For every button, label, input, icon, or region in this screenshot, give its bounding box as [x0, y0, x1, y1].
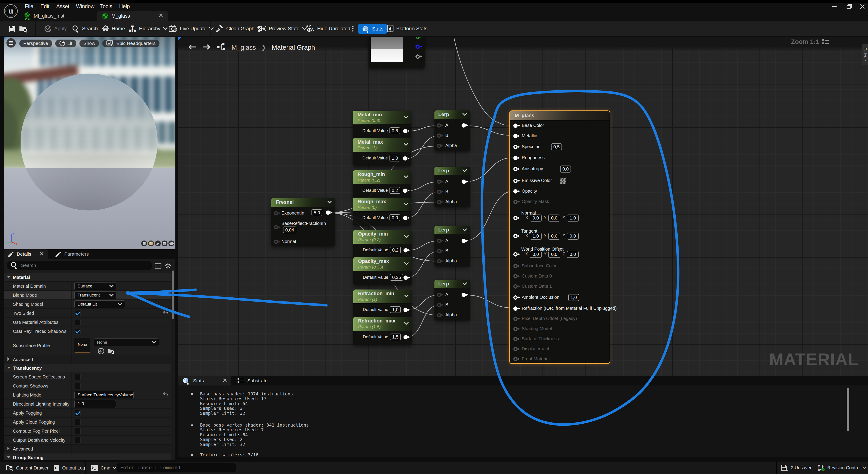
input-pin-subsurface-color[interactable] — [513, 264, 518, 268]
node-texture-sample[interactable] — [369, 37, 425, 68]
lerp-output-pin[interactable] — [462, 293, 466, 297]
default-value-box[interactable]: 0,2 — [390, 247, 401, 253]
node-collapse-chevron-icon[interactable] — [327, 201, 332, 205]
param-output-pin[interactable] — [403, 275, 408, 280]
default-value-box[interactable]: 0,0 — [390, 214, 400, 221]
default-value-box[interactable]: 0,2 — [390, 187, 400, 194]
node-param-rough_max[interactable]: Rough_maxParam (0)Default Value0,0 — [353, 198, 411, 226]
clean-graph-button[interactable]: Clean Graph — [215, 25, 262, 33]
ambient-occlusion-value[interactable]: 1,0 — [568, 294, 579, 301]
menu-help[interactable]: Help — [119, 3, 130, 9]
node-param-rough_min[interactable]: Rough_minParam (0.2)Default Value0,2 — [353, 170, 411, 198]
expand-triangle-icon[interactable] — [6, 446, 10, 452]
lerp-input-pin-alpha[interactable] — [437, 259, 441, 263]
node-collapse-chevron-icon[interactable] — [462, 169, 467, 173]
input-pin-ambient-occlusion[interactable] — [513, 295, 518, 300]
collapse-triangle-icon[interactable] — [6, 366, 11, 370]
scene-select-button[interactable]: Epic Headquarters — [102, 39, 160, 47]
input-pin-roughness[interactable] — [513, 156, 518, 160]
palette-side-tab[interactable]: Palette — [862, 43, 868, 65]
window-minimize-button[interactable] — [831, 3, 838, 11]
apply-cloud-fogging-checkbox[interactable] — [74, 419, 81, 425]
content-drawer-button[interactable]: Content Drawer — [6, 462, 49, 474]
tab-mi-glass-inst[interactable]: MI_glass_Inst — [24, 11, 64, 22]
lerp-input-pin-alpha[interactable] — [437, 313, 441, 317]
output-pin-alpha[interactable] — [415, 55, 420, 59]
node-collapse-chevron-icon[interactable] — [462, 113, 467, 117]
default-value-box[interactable]: 1,0 — [390, 155, 400, 162]
param-output-pin[interactable] — [403, 335, 408, 339]
param-output-pin[interactable] — [403, 129, 407, 133]
node-collapse-chevron-icon[interactable] — [404, 295, 409, 299]
default-value-box[interactable]: 1,5 — [390, 334, 401, 340]
lerp-input-pin-a[interactable] — [437, 293, 441, 297]
details-section-translucency[interactable]: Translucency — [4, 364, 171, 372]
reset-to-default-icon[interactable] — [162, 310, 169, 316]
preview-mesh-plane-button[interactable] — [155, 240, 161, 247]
toolbar-options-button[interactable] — [352, 25, 354, 33]
node-lerp-0[interactable]: LerpABAlpha — [434, 110, 470, 151]
details-scrollbar[interactable] — [172, 271, 174, 319]
menu-asset[interactable]: Asset — [56, 3, 69, 9]
input-pin-world-position-offset[interactable] — [513, 252, 518, 257]
preview-viewport[interactable]: Perspective Lit Show Epic Headquarters z… — [4, 37, 176, 249]
hierarchy-button[interactable]: Hierarchy — [128, 25, 168, 33]
lerp-input-pin-a[interactable] — [437, 123, 441, 128]
fresnel-output-pin[interactable] — [326, 210, 330, 215]
shading-model-dropdown[interactable]: Default Lit — [74, 300, 125, 308]
node-param-metal_max[interactable]: Metal_maxParam (1)Default Value1,0 — [353, 138, 411, 166]
input-pin-base-color[interactable] — [513, 124, 518, 128]
world-position-offset-z-value[interactable]: 0,0 — [567, 251, 579, 258]
preview-mesh-cube-button[interactable] — [161, 240, 168, 247]
lerp-output-pin[interactable] — [462, 239, 466, 243]
basereflectfractionin-value-box[interactable]: 0,04 — [283, 227, 296, 233]
material-domain-dropdown[interactable]: Surface — [74, 282, 116, 290]
param-output-pin[interactable] — [403, 156, 407, 161]
node-collapse-chevron-icon[interactable] — [404, 235, 409, 239]
cast-ray-traced-shadows-checkbox[interactable] — [74, 328, 81, 334]
contact-shadows-checkbox[interactable] — [74, 383, 81, 389]
input-pin-custom-data-0[interactable] — [513, 274, 518, 278]
node-m-glass-result[interactable]: M_glassBase ColorMetallicSpecular0,5Roug… — [509, 110, 610, 364]
input-pin-front-material[interactable] — [513, 357, 518, 361]
tab-m-glass[interactable]: M_glass — [97, 11, 168, 22]
stats-toggle-button[interactable]: Stats — [358, 24, 387, 34]
node-collapse-chevron-icon[interactable] — [403, 203, 408, 207]
node-collapse-chevron-icon[interactable] — [403, 143, 408, 147]
anisotropy-value[interactable]: 0,0 — [560, 166, 571, 172]
world-position-offset-x-value[interactable]: 0,0 — [530, 251, 541, 258]
nav-forward-button[interactable] — [202, 43, 211, 51]
console-command-input[interactable]: Enter Console Command — [117, 463, 236, 472]
node-collapse-chevron-icon[interactable] — [404, 262, 409, 266]
stats-scrollbar[interactable] — [847, 388, 849, 431]
node-lerp-1[interactable]: LerpABAlpha — [434, 167, 470, 207]
preview-mesh-cylinder-button[interactable] — [141, 240, 147, 247]
fresnel-input-normal[interactable] — [274, 240, 278, 244]
param-output-pin[interactable] — [403, 216, 407, 220]
unreal-logo[interactable]: u — [4, 4, 18, 19]
graph-list-icon[interactable] — [822, 39, 829, 46]
expand-triangle-icon[interactable] — [6, 357, 10, 362]
output-pin-blue[interactable] — [415, 44, 420, 49]
details-tab-close-icon[interactable] — [39, 251, 44, 257]
tab-substrate[interactable]: Substrate — [233, 376, 272, 385]
tab-parameters[interactable]: Parameters — [51, 249, 93, 259]
node-collapse-chevron-icon[interactable] — [462, 282, 467, 286]
home-button[interactable]: Home — [101, 25, 125, 33]
specular-value[interactable]: 0,5 — [551, 143, 562, 150]
node-collapse-chevron-icon[interactable] — [462, 228, 467, 232]
node-param-refraction_min[interactable]: Refraction_minParam (1)Default Value1,0 — [353, 290, 412, 317]
revision-control-button[interactable]: Revision Control — [817, 462, 867, 474]
browse-to-asset-button[interactable] — [19, 25, 28, 33]
fresnel-input-basereflectfractionin[interactable] — [274, 225, 278, 230]
breadcrumb-asset[interactable]: M_glass — [231, 44, 256, 51]
node-lerp-3[interactable]: LerpABAlpha — [434, 280, 470, 320]
two-sided-checkbox[interactable] — [74, 310, 81, 316]
input-pin-custom-data-1[interactable] — [513, 284, 518, 289]
details-section-group-sorting[interactable]: Group Sorting — [4, 453, 171, 460]
details-display-filter-icon[interactable] — [155, 263, 161, 270]
node-fresnel[interactable]: FresnelExponentIn5,0BaseReflectFractionI… — [271, 198, 335, 246]
collapse-triangle-icon[interactable] — [6, 275, 11, 279]
details-settings-gear-icon[interactable] — [164, 262, 171, 270]
node-param-opacity_min[interactable]: Opacity_minParam (0.2)Default Value0,2 — [353, 230, 412, 258]
